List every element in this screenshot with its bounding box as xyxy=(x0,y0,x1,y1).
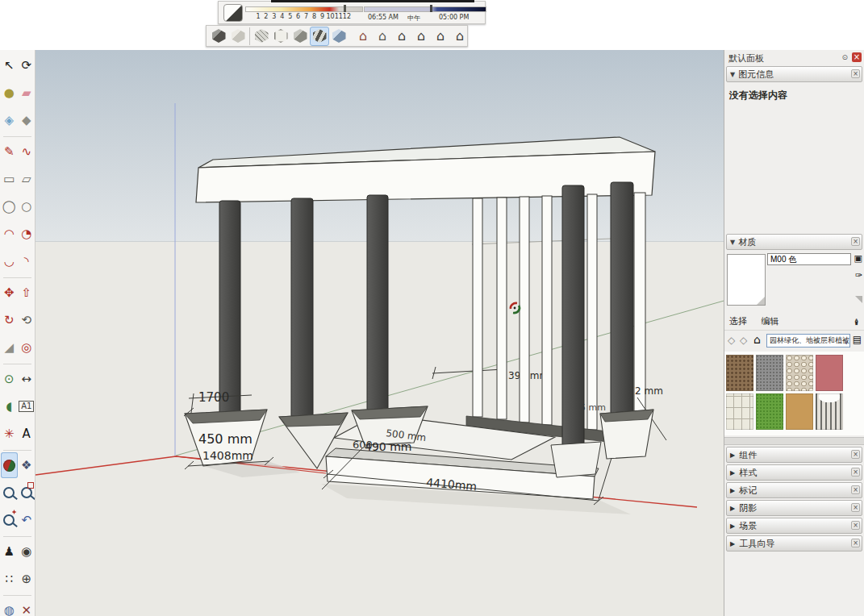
collapse-arrow-icon[interactable]: ▼ xyxy=(730,239,735,246)
column-3[interactable] xyxy=(367,195,388,411)
back-view-button[interactable]: ⌂ xyxy=(431,27,450,46)
tool-rotate-view[interactable]: ⟳ xyxy=(19,52,35,78)
tool-orbit[interactable] xyxy=(1,452,18,478)
tool-text[interactable]: A1 xyxy=(19,393,35,419)
shadow-toggle-icon[interactable] xyxy=(223,4,243,22)
base-4-front[interactable] xyxy=(551,442,601,477)
tool-zoom-window[interactable] xyxy=(19,480,35,506)
slat-1[interactable] xyxy=(473,198,482,417)
tool-select[interactable]: ↖ xyxy=(1,52,18,78)
shadow-time-slider-handle[interactable] xyxy=(430,5,432,12)
column-2[interactable] xyxy=(291,198,313,418)
tool-three-point-arc[interactable]: ◡ xyxy=(1,248,18,274)
panel-section-0[interactable]: ▶组件× xyxy=(726,447,862,463)
pin-icon[interactable]: ⊙ xyxy=(841,53,848,61)
shadow-date-slider-handle[interactable] xyxy=(344,5,346,12)
create-material-icon[interactable]: ✑ xyxy=(855,270,862,281)
panel-section-close-icon[interactable]: × xyxy=(851,485,860,494)
tool-offset[interactable]: ◎ xyxy=(19,335,35,360)
expand-arrow-icon[interactable]: ▶ xyxy=(730,522,735,530)
tool-protractor[interactable]: ◖ xyxy=(1,393,18,419)
tool-rotated-rectangle[interactable]: ▱ xyxy=(19,166,35,192)
column-1[interactable] xyxy=(219,201,240,415)
right-view-button[interactable]: ⌂ xyxy=(411,27,431,46)
tool-line[interactable]: ✎ xyxy=(1,139,18,164)
tool-push-pull[interactable]: ⇧ xyxy=(19,280,35,306)
material-swatch-mulch[interactable] xyxy=(726,355,753,391)
tool-walk[interactable]: ∷ xyxy=(1,566,18,592)
tool-move[interactable]: ✥ xyxy=(1,280,18,306)
style-wireframe-button[interactable] xyxy=(252,27,271,46)
slat-5[interactable] xyxy=(587,194,597,430)
slat-4[interactable] xyxy=(542,196,552,425)
tool-freehand[interactable]: ∿ xyxy=(19,139,35,164)
forward-arrow-icon[interactable]: ◇ xyxy=(740,335,747,346)
expand-arrow-icon[interactable]: ▶ xyxy=(730,469,735,477)
panel-section-4[interactable]: ▶场景× xyxy=(726,518,862,534)
style-back-edges-button[interactable] xyxy=(228,27,248,46)
collapse-arrow-icon[interactable]: ▼ xyxy=(730,71,735,78)
left-view-button[interactable]: ⌂ xyxy=(450,27,470,46)
tool-position-camera[interactable]: ♟ xyxy=(1,539,18,564)
tool-pan[interactable]: ❖ xyxy=(19,452,35,478)
shadow-time-slider[interactable] xyxy=(364,6,486,12)
panel-section-3[interactable]: ▶阴影× xyxy=(726,500,862,516)
panel-section-close-icon[interactable]: × xyxy=(851,503,860,512)
secondary-pane-icon[interactable]: ▣ xyxy=(854,253,862,264)
tray-close-button[interactable]: × xyxy=(852,52,862,62)
material-swatch-sand[interactable] xyxy=(786,393,813,430)
sample-paint-icon[interactable]: ✒ xyxy=(851,318,862,326)
tab-select[interactable]: 选择 xyxy=(729,315,747,327)
materials-close-icon[interactable]: × xyxy=(851,237,860,246)
details-icon[interactable]: ▤ xyxy=(853,334,862,345)
slat-2[interactable] xyxy=(497,198,507,419)
tool-look-around[interactable]: ◉ xyxy=(19,539,35,564)
tool-polygon[interactable]: ○ xyxy=(19,194,35,219)
tab-edit[interactable]: 编辑 xyxy=(762,315,779,327)
material-swatch-pavers[interactable] xyxy=(726,393,753,430)
tool-dimension[interactable]: ↔ xyxy=(19,366,35,392)
style-shaded-button[interactable] xyxy=(290,27,310,46)
tool-circle[interactable]: ◯ xyxy=(1,194,18,219)
tool-target[interactable]: ⊕ xyxy=(19,566,35,592)
material-swatch-grass[interactable] xyxy=(756,393,783,430)
tool-paint-bucket[interactable]: ● xyxy=(1,80,18,106)
style-hidden-line-button[interactable] xyxy=(271,27,290,46)
panel-section-close-icon[interactable]: × xyxy=(851,450,860,459)
home-icon[interactable]: ⌂ xyxy=(753,333,761,346)
tool-soften-edges[interactable]: ◈ xyxy=(1,107,18,133)
expand-arrow-icon[interactable]: ▶ xyxy=(730,452,735,459)
column-4[interactable] xyxy=(562,185,584,456)
panel-section-close-icon[interactable]: × xyxy=(851,539,860,547)
entity-info-header[interactable]: ▼ 图元信息 × xyxy=(726,66,862,82)
material-swatch-rose[interactable] xyxy=(816,355,843,391)
tool-extra-2[interactable]: ✕ xyxy=(19,597,35,616)
tool-face-tool[interactable]: ◆ xyxy=(19,107,35,133)
material-swatch-gravel[interactable] xyxy=(756,355,783,391)
tool-follow-me[interactable]: ⟲ xyxy=(19,307,35,333)
iso-view-button[interactable]: ⌂ xyxy=(353,27,373,46)
tool-zoom[interactable] xyxy=(1,480,18,506)
back-arrow-icon[interactable]: ◇ xyxy=(728,335,735,346)
expand-arrow-icon[interactable]: ▶ xyxy=(730,540,735,547)
tool-extra-1[interactable]: ◍ xyxy=(1,597,18,616)
slat-3[interactable] xyxy=(520,197,529,422)
tool-two-point-arc[interactable]: ◝ xyxy=(19,248,35,274)
panel-section-close-icon[interactable]: × xyxy=(851,521,860,530)
slat-6[interactable] xyxy=(634,193,645,435)
material-category-dropdown[interactable]: 园林绿化、地被层和植被 ∨ xyxy=(766,334,850,348)
material-name-field[interactable] xyxy=(767,253,851,265)
tool-arc[interactable]: ◠ xyxy=(1,221,18,247)
panel-section-5[interactable]: ▶工具向导× xyxy=(726,535,862,551)
column-5[interactable] xyxy=(611,182,633,414)
tool-rectangle[interactable]: ▭ xyxy=(1,166,18,192)
top-view-button[interactable]: ⌂ xyxy=(373,27,392,46)
panel-section-close-icon[interactable]: × xyxy=(851,468,860,477)
materials-header[interactable]: ▼ 材质 × xyxy=(726,234,862,250)
panel-section-2[interactable]: ▶标记× xyxy=(726,482,862,498)
tool-zoom-extents[interactable] xyxy=(1,507,18,533)
front-view-button[interactable]: ⌂ xyxy=(392,27,411,46)
tool-scale[interactable]: ◢ xyxy=(1,335,18,360)
tool-3d-text[interactable]: A xyxy=(19,421,35,447)
tool-tape-measure[interactable]: ⊙ xyxy=(1,366,18,392)
